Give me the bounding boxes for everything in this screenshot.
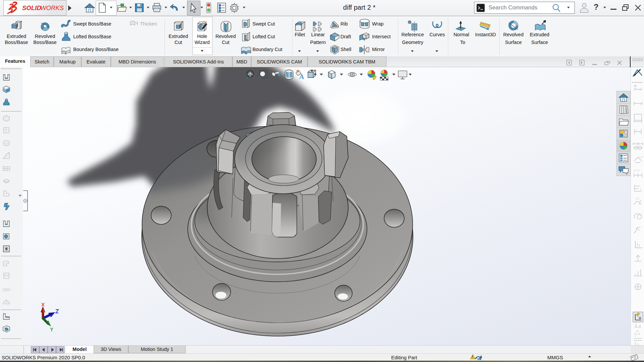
svg-text:1 2 3: 1 2 3 (633, 169, 639, 172)
svg-text:I: I (635, 334, 636, 337)
svg-text:A: A (299, 73, 304, 80)
svg-text:!: ! (472, 355, 473, 359)
svg-text:1 2: 1 2 (635, 197, 639, 200)
svg-text:WORKS: WORKS (40, 4, 64, 11)
svg-text:SOLID: SOLID (22, 4, 41, 11)
svg-text:1 2: 1 2 (639, 155, 643, 159)
svg-text:1: 1 (640, 188, 642, 191)
